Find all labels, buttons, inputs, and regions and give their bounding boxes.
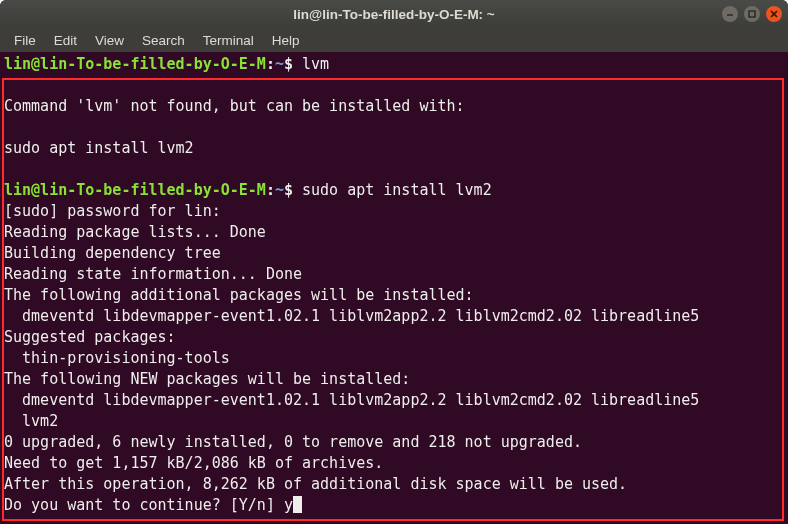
prompt-dollar: $ [284,55,302,73]
prompt-path: ~ [275,181,284,199]
output-line: The following NEW packages will be insta… [4,370,410,388]
output-line: 0 upgraded, 6 newly installed, 0 to remo… [4,433,582,451]
output-line: sudo apt install lvm2 [4,139,194,157]
output-line: Do you want to continue? [Y/n] y [4,496,293,514]
terminal-output: lin@lin-To-be-filled-by-O-E-M:~$ lvm Com… [4,54,784,516]
terminal-body[interactable]: lin@lin-To-be-filled-by-O-E-M:~$ lvm Com… [0,52,788,524]
output-line: Command 'lvm' not found, but can be inst… [4,97,465,115]
output-line: Need to get 1,157 kB/2,086 kB of archive… [4,454,383,472]
prompt-colon: : [266,55,275,73]
svg-rect-1 [749,11,755,17]
window-buttons [722,6,782,22]
output-line: dmeventd libdevmapper-event1.02.1 liblvm… [4,391,699,409]
output-line: Suggested packages: [4,328,176,346]
menu-view[interactable]: View [87,31,132,50]
close-button[interactable] [766,6,782,22]
cursor [293,496,302,513]
menu-edit[interactable]: Edit [46,31,85,50]
output-line: dmeventd libdevmapper-event1.02.1 liblvm… [4,307,699,325]
menubar: File Edit View Search Terminal Help [0,28,788,52]
output-line: [sudo] password for lin: [4,202,221,220]
output-line: Reading package lists... Done [4,223,266,241]
minimize-button[interactable] [722,6,738,22]
menu-help[interactable]: Help [264,31,308,50]
output-line: Building dependency tree [4,244,221,262]
prompt-dollar: $ [284,181,302,199]
command-2: sudo apt install lvm2 [302,181,492,199]
maximize-icon [747,9,757,19]
menu-terminal[interactable]: Terminal [195,31,262,50]
output-line: Reading state information... Done [4,265,302,283]
prompt-path: ~ [275,55,284,73]
terminal-window: lin@lin-To-be-filled-by-O-E-M: ~ File Ed… [0,0,788,524]
output-line: After this operation, 8,262 kB of additi… [4,475,627,493]
maximize-button[interactable] [744,6,760,22]
output-line: lvm2 [4,412,58,430]
output-line: The following additional packages will b… [4,286,474,304]
titlebar: lin@lin-To-be-filled-by-O-E-M: ~ [0,0,788,28]
menu-search[interactable]: Search [134,31,193,50]
prompt-user-host: lin@lin-To-be-filled-by-O-E-M [4,55,266,73]
menu-file[interactable]: File [6,31,44,50]
output-line: thin-provisioning-tools [4,349,230,367]
close-icon [769,9,779,19]
prompt-user-host: lin@lin-To-be-filled-by-O-E-M [4,181,266,199]
prompt-colon: : [266,181,275,199]
window-title: lin@lin-To-be-filled-by-O-E-M: ~ [293,7,495,22]
minimize-icon [725,9,735,19]
command-1: lvm [302,55,329,73]
